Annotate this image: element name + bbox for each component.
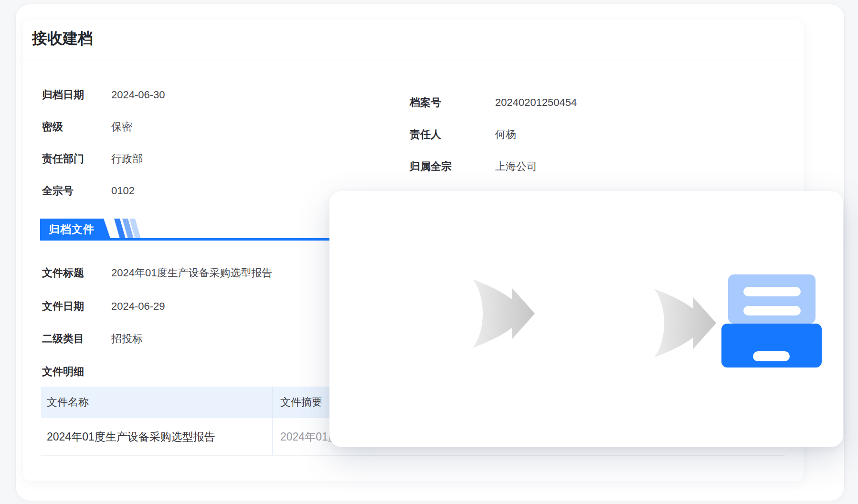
archive-box-icon — [728, 274, 816, 324]
field-label-category: 二级类目 — [42, 332, 84, 346]
archive-box-line — [743, 306, 801, 315]
field-value-file-date: 2024-06-29 — [111, 299, 165, 314]
page-title: 接收建档 — [32, 28, 93, 49]
field-label-file-date: 文件日期 — [42, 299, 84, 314]
flow-arrow-icon — [472, 274, 536, 353]
section-banner: 归档文件 — [40, 219, 111, 240]
field-label-department: 责任部门 — [42, 152, 84, 166]
header-divider — [23, 61, 804, 61]
field-label-fonds-number: 全宗号 — [42, 184, 74, 198]
field-label-secrecy: 密级 — [42, 120, 63, 134]
flow-arrow-icon — [653, 284, 718, 363]
table-cell-file-name: 2024年01度生产设备采购选型报告 — [41, 430, 272, 444]
field-label-file-detail: 文件明细 — [42, 365, 84, 379]
archive-box-handle — [753, 351, 790, 361]
field-label-owning-fonds: 归属全宗 — [410, 159, 452, 174]
field-label-archive-date: 归档日期 — [42, 88, 84, 102]
field-value-department: 行政部 — [111, 152, 143, 166]
field-value-person: 何杨 — [495, 127, 516, 142]
archive-box-line — [743, 287, 801, 296]
field-label-archive-number: 档案号 — [410, 95, 441, 110]
field-value-owning-fonds: 上海公司 — [495, 159, 537, 174]
field-label-file-title: 文件标题 — [42, 266, 84, 280]
section-banner-label: 归档文件 — [40, 219, 111, 240]
field-value-archive-date: 2024-06-30 — [111, 88, 165, 102]
field-label-person: 责任人 — [410, 127, 441, 142]
field-value-category: 招投标 — [111, 332, 143, 346]
field-value-archive-number: 20240201250454 — [495, 95, 577, 110]
field-value-fonds-number: 0102 — [111, 184, 135, 198]
field-value-file-title: 2024年01度生产设备采购选型报告 — [111, 266, 272, 280]
table-header-file-name: 文件名称 — [41, 395, 272, 410]
field-value-secrecy: 保密 — [111, 120, 132, 134]
